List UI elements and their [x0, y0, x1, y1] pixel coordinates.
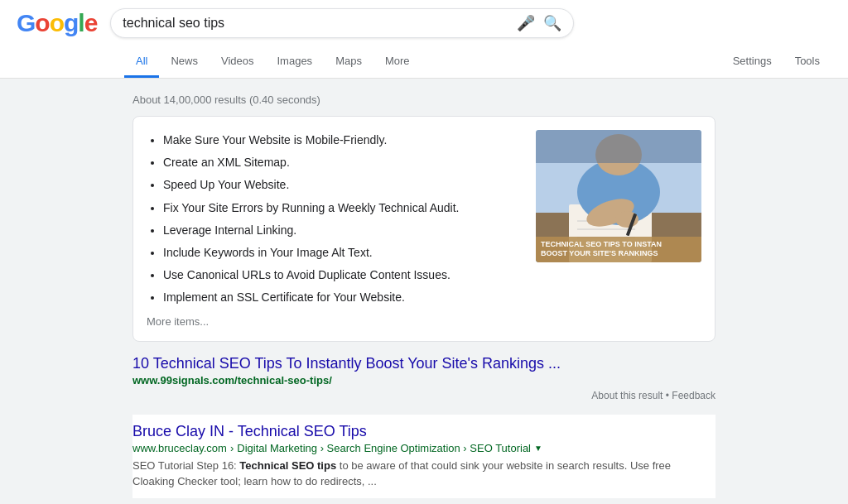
organic-url-line: www.bruceclay.com › Digital Marketing › … — [132, 442, 716, 454]
tab-news[interactable]: News — [159, 46, 210, 78]
snippet-before: SEO Tutorial Step 16: — [132, 459, 239, 472]
search-icons: 🎤 🔍 — [517, 14, 561, 32]
svg-rect-11 — [536, 130, 701, 163]
search-input[interactable]: technical seo tips — [123, 16, 517, 31]
search-icon[interactable]: 🔍 — [543, 14, 561, 32]
result-url: www.99signals.com/technical-seo-tips/ — [132, 374, 716, 386]
about-result: About this result • Feedback — [132, 390, 716, 401]
snippet-image: TECHNICAL SEO TIPS TO INSTAN BOOST YOUR … — [536, 130, 701, 262]
result-url-base: www.99signals.com/ — [132, 374, 238, 386]
dropdown-arrow-icon[interactable]: ▼ — [534, 444, 542, 453]
list-item: Implement an SSL Certificate for Your We… — [163, 287, 523, 308]
result-title[interactable]: 10 Technical SEO Tips To Instantly Boost… — [132, 355, 561, 372]
list-item: Fix Your Site Errors by Running a Weekly… — [163, 198, 523, 218]
nav-bar: All News Videos Images Maps More Setting… — [17, 46, 831, 78]
results-area: About 14,00,000 results (0.40 seconds) M… — [0, 79, 848, 504]
list-item: Leverage Internal Linking. — [163, 220, 523, 241]
tab-maps[interactable]: Maps — [324, 46, 373, 78]
snippet-result-link: 10 Technical SEO Tips To Instantly Boost… — [132, 355, 716, 401]
snippet-content: Make Sure Your Website is Mobile-Friendl… — [147, 130, 523, 328]
result-url-end: / — [329, 374, 332, 386]
list-item: Make Sure Your Website is Mobile-Friendl… — [163, 130, 523, 151]
organic-url-site: www.bruceclay.com — [132, 442, 227, 454]
tab-more[interactable]: More — [373, 46, 422, 78]
snippet-bold: Technical SEO tips — [239, 459, 336, 472]
image-caption: TECHNICAL SEO TIPS TO INSTAN BOOST YOUR … — [536, 237, 701, 262]
tab-videos[interactable]: Videos — [210, 46, 266, 78]
organic-result-title[interactable]: Bruce Clay IN - Technical SEO Tips — [132, 423, 716, 440]
about-result-link[interactable]: About this result — [591, 390, 662, 401]
google-logo: Google — [17, 9, 97, 37]
tab-images[interactable]: Images — [265, 46, 324, 78]
tab-all[interactable]: All — [124, 46, 159, 78]
tab-tools[interactable]: Tools — [783, 46, 831, 78]
list-item: Use Canonical URLs to Avoid Duplicate Co… — [163, 265, 523, 286]
feedback-link[interactable]: Feedback — [672, 390, 716, 401]
organic-result-0: Bruce Clay IN - Technical SEO Tips www.b… — [132, 415, 716, 498]
nav-right: Settings Tools — [721, 46, 831, 78]
header: Google technical seo tips 🎤 🔍 All News V… — [0, 0, 848, 79]
results-stats: About 14,00,000 results (0.40 seconds) — [132, 87, 716, 116]
more-items-link[interactable]: More items... — [147, 315, 523, 328]
breadcrumb-arrow: › — [230, 442, 234, 454]
organic-snippet: SEO Tutorial Step 16: Technical SEO tips… — [132, 458, 716, 490]
search-bar[interactable]: technical seo tips 🎤 🔍 — [110, 8, 574, 38]
tab-settings[interactable]: Settings — [721, 46, 783, 78]
result-url-bold: technical-seo-tips — [238, 374, 330, 386]
header-top: Google technical seo tips 🎤 🔍 — [17, 8, 831, 46]
list-item: Speed Up Your Website. — [163, 175, 523, 195]
snippet-list: Make Sure Your Website is Mobile-Friendl… — [147, 130, 523, 309]
list-item: Include Keywords in Your Image Alt Text. — [163, 242, 523, 263]
nav-tabs: All News Videos Images Maps More — [124, 46, 422, 78]
featured-snippet: Make Sure Your Website is Mobile-Friendl… — [132, 116, 716, 342]
microphone-icon[interactable]: 🎤 — [517, 14, 535, 32]
organic-url-path: Digital Marketing › Search Engine Optimi… — [237, 442, 531, 454]
list-item: Create an XML Sitemap. — [163, 152, 523, 173]
